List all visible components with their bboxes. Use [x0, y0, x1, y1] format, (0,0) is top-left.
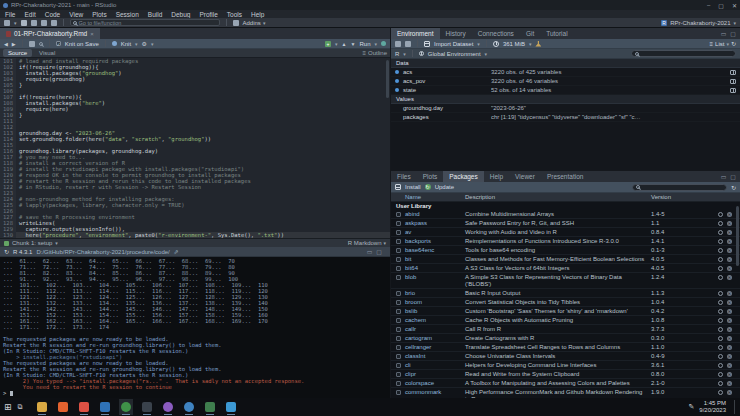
remove-package-icon[interactable]: ✕ [727, 381, 732, 386]
table-row[interactable]: avWorking with Audio and Video in R0.8.4… [391, 228, 740, 237]
package-name-link[interactable]: av [405, 229, 465, 236]
table-row[interactable]: blobA Simple S3 Class for Representing V… [391, 273, 740, 289]
package-help-icon[interactable] [718, 345, 723, 350]
new-file-dropdown-icon[interactable]: ▾ [14, 20, 17, 26]
package-loaded-checkbox[interactable] [396, 300, 401, 305]
environment-object-row[interactable]: acs3220 obs. of 425 variables [391, 68, 740, 77]
addins-button[interactable]: Addins ▾ [243, 20, 266, 26]
table-row[interactable]: backportsReimplementations of Functions … [391, 237, 740, 246]
taskbar-app-outlook[interactable] [98, 399, 112, 415]
close-button[interactable]: ✕ [732, 2, 737, 9]
show-desktop-button[interactable] [734, 400, 736, 414]
refresh-icon[interactable]: ↻ [731, 40, 736, 47]
tab-environment-history[interactable]: History [440, 28, 472, 39]
remove-package-icon[interactable]: ✕ [727, 248, 732, 253]
taskbar-app-vscode[interactable] [224, 399, 238, 415]
remove-package-icon[interactable]: ✕ [727, 266, 732, 271]
task-view-button[interactable]: ⧉ [18, 398, 23, 416]
table-row[interactable]: askpassSafe Password Entry for R, Git, a… [391, 219, 740, 228]
taskbar-app-powershell[interactable] [140, 399, 154, 415]
knit-button[interactable]: Knit [121, 41, 131, 47]
publish-icon[interactable] [381, 41, 386, 46]
package-loaded-checkbox[interactable] [396, 390, 401, 395]
open-in-new-window-icon[interactable]: ⇗ [174, 248, 179, 255]
source-mode-button[interactable]: Source [3, 49, 32, 57]
environment-value-row[interactable]: groundhog.day"2023-06-26" [391, 104, 740, 113]
visual-mode-button[interactable]: Visual [34, 49, 60, 57]
taskbar-app-file-explorer[interactable] [35, 399, 49, 415]
menu-item-debug[interactable]: Debug [171, 11, 190, 18]
package-name-link[interactable]: bslib [405, 308, 465, 315]
remove-package-icon[interactable]: ✕ [727, 372, 732, 377]
remove-package-icon[interactable]: ✕ [727, 212, 732, 217]
package-name-link[interactable]: colorspace [405, 380, 465, 387]
memory-usage-button[interactable]: 361 MiB [503, 41, 525, 47]
environment-value-row[interactable]: packageschr [1:19] "tidycensus" "tidyver… [391, 113, 740, 122]
menu-item-profile[interactable]: Profile [199, 11, 217, 18]
package-help-icon[interactable] [718, 327, 723, 332]
environment-object-row[interactable]: state52 obs. of 14 variables [391, 86, 740, 95]
tab-environment-git[interactable]: Git [520, 28, 540, 39]
table-row[interactable]: broomConvert Statistical Objects into Ti… [391, 298, 740, 307]
package-help-icon[interactable] [718, 318, 723, 323]
package-help-icon[interactable] [718, 212, 723, 217]
remove-package-icon[interactable]: ✕ [727, 275, 732, 280]
remove-package-icon[interactable]: ✕ [727, 354, 732, 359]
package-help-icon[interactable] [718, 300, 723, 305]
table-row[interactable]: commonmarkHigh Performance CommonMark an… [391, 388, 740, 398]
package-loaded-checkbox[interactable] [396, 212, 401, 217]
remove-package-icon[interactable]: ✕ [727, 291, 732, 296]
maximize-pane-icon[interactable]: ▢ [376, 248, 382, 255]
install-button[interactable]: Install [405, 184, 421, 190]
package-help-icon[interactable] [718, 390, 723, 395]
remove-package-icon[interactable]: ✕ [727, 230, 732, 235]
remove-package-icon[interactable]: ✕ [727, 336, 732, 341]
minimize-button[interactable]: – [707, 2, 710, 9]
package-loaded-checkbox[interactable] [396, 221, 401, 226]
remove-package-icon[interactable]: ✕ [727, 318, 732, 323]
knit-on-save-checkbox[interactable]: ✓ [56, 41, 61, 46]
import-dataset-button[interactable]: Import Dataset [434, 41, 473, 47]
table-row[interactable]: callrCall R from R3.7.3✕ [391, 325, 740, 334]
package-help-icon[interactable] [718, 257, 723, 262]
package-loaded-checkbox[interactable] [396, 318, 401, 323]
view-table-icon[interactable] [730, 79, 736, 84]
package-name-link[interactable]: commonmark [405, 389, 465, 396]
workspace-icon[interactable] [233, 20, 239, 26]
menu-item-build[interactable]: Build [148, 11, 162, 18]
tab-packages-packages[interactable]: Packages [443, 171, 484, 182]
remove-package-icon[interactable]: ✕ [727, 390, 732, 395]
gear-icon[interactable]: ⚙ [142, 40, 147, 47]
taskbar-app-edge[interactable] [182, 399, 196, 415]
package-name-link[interactable]: cellranger [405, 344, 465, 351]
package-help-icon[interactable] [718, 221, 723, 226]
package-help-icon[interactable] [718, 275, 723, 280]
table-row[interactable]: colorspaceA Toolbox for Manipulating and… [391, 379, 740, 388]
package-name-link[interactable]: cachem [405, 317, 465, 324]
table-row[interactable]: classIntChoose Univariate Class Interval… [391, 352, 740, 361]
package-loaded-checkbox[interactable] [396, 327, 401, 332]
package-help-icon[interactable] [718, 266, 723, 271]
table-row[interactable]: bitClasses and Methods for Fast Memory-E… [391, 255, 740, 264]
update-button[interactable]: Update [435, 184, 454, 190]
run-chunks-below-icon[interactable]: ▼ [351, 41, 356, 47]
package-help-icon[interactable] [718, 363, 723, 368]
remove-package-icon[interactable]: ✕ [727, 239, 732, 244]
taskbar-app-chrome[interactable] [77, 399, 91, 415]
clear-objects-broom-icon[interactable] [535, 41, 541, 47]
tab-packages-presentation[interactable]: Presentation [541, 171, 590, 182]
package-name-link[interactable]: abind [405, 211, 465, 218]
language-selector[interactable]: R [395, 51, 399, 57]
insert-chunk-icon[interactable]: + [325, 41, 331, 47]
tab-packages-plots[interactable]: Plots [417, 171, 443, 182]
console-output[interactable]: ... 61... 62... 63... 64... 65... 66... … [0, 257, 390, 398]
package-name-link[interactable]: brio [405, 290, 465, 297]
chevron-down-icon[interactable]: ▾ [335, 41, 338, 47]
clock[interactable]: 1:45 PM 9/20/2023 [699, 400, 726, 414]
table-row[interactable]: base64encTools for base64 encoding0.1-3✕ [391, 246, 740, 255]
project-selector[interactable]: R RPr-Chakraborty-2021 ▾ [661, 20, 736, 26]
package-name-link[interactable]: base64enc [405, 247, 465, 254]
list-view-button[interactable]: List [715, 41, 724, 47]
tab-packages-viewer[interactable]: Viewer [509, 171, 541, 182]
package-loaded-checkbox[interactable] [396, 309, 401, 314]
